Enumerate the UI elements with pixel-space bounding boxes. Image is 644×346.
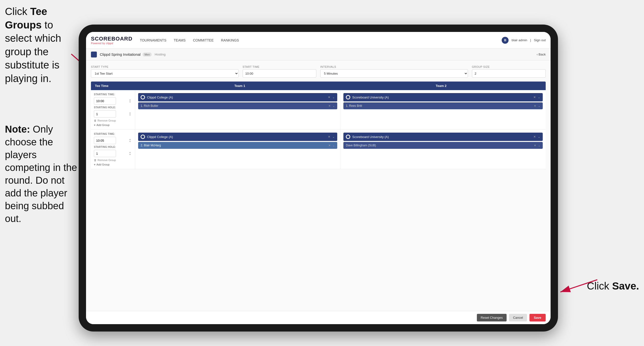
intervals-select[interactable]: 5 Minutes [320, 69, 468, 78]
team1-actions-1[interactable]: ✕ ⌄ [328, 95, 335, 99]
instruction-note: Note: Only choose the players competing … [0, 118, 84, 230]
nav-links: TOURNAMENTS TEAMS COMMITTEE RANKINGS [140, 37, 502, 43]
remove-group-btn-2[interactable]: Remove Group [94, 159, 132, 162]
nav-committee[interactable]: COMMITTEE [193, 37, 214, 43]
start-type-select[interactable]: 1st Tee Start [91, 69, 239, 78]
note-body: Only choose the players competing in the… [5, 124, 77, 224]
logo-text: SCOREBOARD [91, 36, 132, 42]
team2-dot-2 [346, 135, 350, 139]
player-name-2-1: 1. Rees Britt [346, 104, 362, 108]
tablet-screen: SCOREBOARD Powered by clippd TOURNAMENTS… [86, 32, 550, 324]
cancel-button[interactable]: Cancel [509, 314, 527, 322]
click-save-instruction: Click Save. [587, 280, 639, 292]
save-button[interactable]: Save [530, 314, 546, 322]
player-name-1-1: 1. Rich Butler [140, 104, 158, 108]
team2-dot-inner-1 [346, 96, 350, 99]
team2-actions-2[interactable]: ✕ ⌄ [534, 135, 540, 138]
starting-hole-label-1: STARTING HOLE: [94, 106, 132, 109]
hosting-label: Hosting [154, 52, 166, 56]
start-time-input[interactable] [242, 69, 316, 78]
team2-entry-1: Scoreboard University (A) ✕ ⌄ [344, 93, 543, 101]
col-tee-header: Tee Time [95, 84, 139, 88]
group-size-field: Group Size [472, 65, 546, 78]
save-bold: Save. [612, 280, 639, 292]
add-group-btn-1[interactable]: Add Group [94, 123, 132, 126]
group-row-1: STARTING TIME: ▲▼ STARTING HOLE: ▲▼ [91, 90, 546, 130]
user-avatar: B [502, 37, 508, 44]
team2-entry-2: Scoreboard University (A) ✕ ⌄ [344, 133, 543, 141]
separator: | [530, 38, 531, 42]
team2-entry-left-1: Scoreboard University (A) [346, 95, 389, 99]
hole-spinner-1[interactable]: ▲▼ [129, 112, 131, 116]
team2-close-2[interactable]: ✕ [534, 135, 536, 138]
starting-time-input-1[interactable] [94, 97, 116, 105]
time-spinner-2[interactable]: ▲▼ [129, 138, 131, 143]
remove-group-btn-1[interactable]: Remove Group [94, 119, 132, 122]
add-group-btn-2[interactable]: Add Group [94, 163, 132, 166]
team2-expand-2[interactable]: ⌄ [538, 135, 540, 138]
player-close-2-2[interactable]: ✕ [534, 144, 536, 147]
team1-cell-2: Clippd College (A) ✕ ⌄ 2. Blair McHarg ✕ [135, 130, 340, 169]
starting-time-input-2[interactable] [94, 137, 116, 144]
hole-spinner-2[interactable]: ▲▼ [129, 151, 131, 156]
logo: SCOREBOARD Powered by clippd [91, 36, 132, 45]
team1-entry-2: Clippd College (A) ✕ ⌄ [138, 133, 337, 141]
team1-dot-inner-2 [141, 135, 144, 138]
team2-player-1-2: Dave Billingham (SUB) ✕ ⌄ [344, 142, 543, 149]
time-spinner-1[interactable]: ▲▼ [129, 99, 131, 103]
group-row-2: STARTING TIME: ▲▼ STARTING HOLE: ▲▼ [91, 130, 546, 169]
player-close-2-1[interactable]: ✕ [534, 104, 536, 108]
starting-hole-wrap-2: ▲▼ [94, 150, 132, 157]
team1-close-1[interactable]: ✕ [328, 95, 330, 99]
team1-actions-2[interactable]: ✕ ⌄ [328, 135, 335, 138]
nav-right: B blair admin | Sign out [502, 37, 546, 44]
back-button[interactable]: ‹ Back [536, 52, 546, 56]
player-actions-2-1[interactable]: ✕ ⌄ [534, 104, 540, 108]
player-name-1-2: 2. Blair McHarg [140, 144, 161, 147]
user-name: blair admin [512, 38, 527, 42]
player-actions-1-2[interactable]: ✕ ⌄ [328, 144, 335, 147]
start-type-field: Start Type 1st Tee Start [91, 65, 239, 78]
player-actions-2-2[interactable]: ✕ ⌄ [534, 144, 540, 147]
starting-hole-input-2[interactable] [94, 150, 116, 157]
navbar: SCOREBOARD Powered by clippd TOURNAMENTS… [86, 32, 550, 49]
sign-out-link[interactable]: Sign out [534, 38, 546, 42]
starting-time-label-2: STARTING TIME: [94, 133, 132, 135]
team1-player-1-1: 1. Rich Butler ✕ ⌄ [138, 102, 337, 109]
team1-name-2: Clippd College (A) [147, 135, 173, 139]
team1-dot-inner-1 [141, 96, 144, 99]
team2-expand-1[interactable]: ⌄ [538, 95, 540, 99]
player-actions-1-1[interactable]: ✕ ⌄ [328, 104, 335, 108]
player-close-1-2[interactable]: ✕ [328, 144, 330, 147]
nav-tournaments[interactable]: TOURNAMENTS [140, 37, 166, 43]
start-type-label: Start Type [91, 65, 239, 68]
team2-close-1[interactable]: ✕ [534, 95, 536, 99]
starting-hole-label-2: STARTING HOLE: [94, 146, 132, 148]
footer-bar: Reset Changes Cancel Save [86, 311, 550, 324]
starting-hole-input-1[interactable] [94, 110, 116, 118]
team1-entry-left-2: Clippd College (A) [140, 135, 173, 139]
team1-entry-left-1: Clippd College (A) [140, 95, 173, 99]
player-expand-2-2[interactable]: ⌄ [538, 144, 540, 147]
intervals-label: Intervals [320, 65, 468, 68]
starting-hole-wrap-1: ▲▼ [94, 110, 132, 118]
team1-player-1-2: 2. Blair McHarg ✕ ⌄ [138, 142, 337, 149]
team2-cell-1: Scoreboard University (A) ✕ ⌄ 1. Rees Br… [340, 90, 546, 129]
col-team2-header: Team 2 [340, 84, 542, 88]
player-expand-1-1[interactable]: ⌄ [332, 104, 335, 108]
intervals-field: Intervals 5 Minutes [320, 65, 468, 78]
group-size-input[interactable] [472, 69, 546, 78]
player-close-1-1[interactable]: ✕ [328, 104, 330, 108]
team1-expand-1[interactable]: ⌄ [332, 95, 335, 99]
player-expand-2-1[interactable]: ⌄ [538, 104, 540, 108]
player-expand-1-2[interactable]: ⌄ [332, 144, 335, 147]
player-name-2-2: Dave Billingham (SUB) [346, 144, 376, 147]
team2-name-2: Scoreboard University (A) [352, 135, 389, 139]
team1-expand-2[interactable]: ⌄ [332, 135, 335, 138]
nav-rankings[interactable]: RANKINGS [221, 37, 239, 43]
nav-teams[interactable]: TEAMS [174, 37, 186, 43]
team2-actions-1[interactable]: ✕ ⌄ [534, 95, 540, 99]
reset-button[interactable]: Reset Changes [477, 314, 507, 322]
team1-close-2[interactable]: ✕ [328, 135, 330, 138]
settings-row: Start Type 1st Tee Start Start Time Inte… [91, 65, 546, 78]
